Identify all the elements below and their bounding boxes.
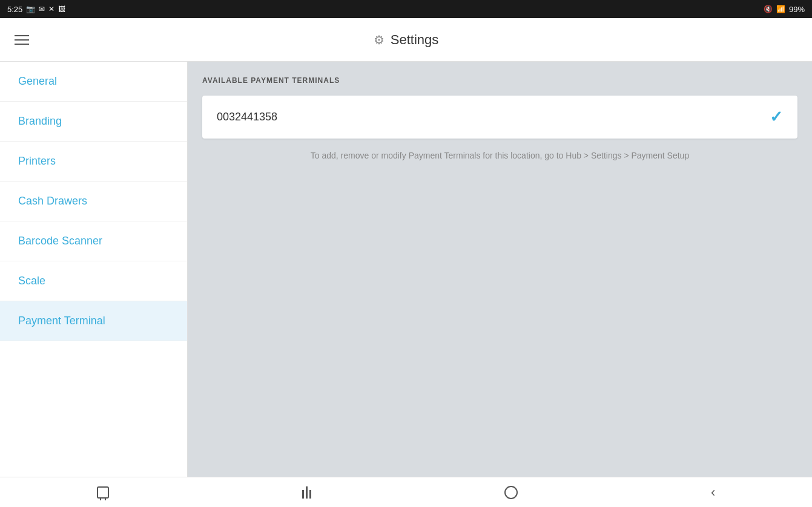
- sidebar-label-scale: Scale: [18, 275, 45, 287]
- sidebar-label-payment-terminal: Payment Terminal: [18, 315, 105, 327]
- sidebar-item-general[interactable]: General: [0, 62, 187, 102]
- home-nav-button[interactable]: [480, 481, 542, 504]
- page-title: Settings: [391, 32, 439, 48]
- bottom-nav: ‹: [0, 477, 812, 507]
- x-icon: ✕: [48, 5, 54, 13]
- bars-icon: [302, 486, 311, 499]
- hamburger-line-3: [15, 44, 29, 45]
- info-text: To add, remove or modify Payment Termina…: [202, 151, 797, 160]
- checkmark-icon: ✓: [770, 108, 783, 126]
- time-display: 5:25: [7, 5, 22, 14]
- message-icon: ✉: [39, 5, 45, 13]
- status-right: 🔇 📶 99%: [764, 5, 805, 14]
- back-chevron-icon: ‹: [711, 485, 715, 500]
- sidebar-label-branding: Branding: [18, 115, 62, 128]
- hamburger-line-1: [15, 35, 29, 36]
- wifi-icon: 📶: [776, 5, 785, 13]
- sidebar-item-cash-drawers[interactable]: Cash Drawers: [0, 182, 187, 221]
- sidebar: General Branding Printers Cash Drawers B…: [0, 62, 188, 477]
- header: ⚙ Settings: [0, 18, 812, 62]
- circle-icon: [504, 486, 518, 499]
- sidebar-item-payment-terminal[interactable]: Payment Terminal: [0, 301, 187, 341]
- screen-nav-button[interactable]: [73, 482, 133, 503]
- notification-icon: 📷: [26, 5, 35, 13]
- battery-display: 99%: [789, 5, 805, 14]
- sidebar-item-branding[interactable]: Branding: [0, 102, 187, 142]
- section-title: AVAILABLE PAYMENT TERMINALS: [202, 76, 797, 85]
- mute-icon: 🔇: [764, 5, 773, 13]
- back-nav-button[interactable]: ‹: [687, 480, 739, 505]
- content-area: AVAILABLE PAYMENT TERMINALS 0032441358 ✓…: [188, 62, 812, 477]
- status-left: 5:25 📷 ✉ ✕ 🖼: [7, 5, 65, 14]
- main-layout: General Branding Printers Cash Drawers B…: [0, 62, 812, 477]
- sidebar-label-general: General: [18, 75, 57, 88]
- terminal-list-item[interactable]: 0032441358 ✓: [202, 96, 797, 139]
- screen-icon: [97, 486, 109, 499]
- sidebar-label-barcode-scanner: Barcode Scanner: [18, 235, 102, 247]
- status-bar: 5:25 📷 ✉ ✕ 🖼 🔇 📶 99%: [0, 0, 812, 18]
- hamburger-menu-button[interactable]: [10, 30, 34, 50]
- image-icon: 🖼: [58, 5, 65, 13]
- terminal-id: 0032441358: [217, 111, 277, 123]
- sidebar-item-printers[interactable]: Printers: [0, 142, 187, 182]
- sidebar-label-cash-drawers: Cash Drawers: [18, 195, 87, 208]
- bars-nav-button[interactable]: [278, 482, 335, 503]
- header-center: ⚙ Settings: [374, 32, 439, 48]
- sidebar-item-scale[interactable]: Scale: [0, 261, 187, 301]
- sidebar-item-barcode-scanner[interactable]: Barcode Scanner: [0, 221, 187, 261]
- settings-gear-icon: ⚙: [374, 33, 385, 47]
- sidebar-label-printers: Printers: [18, 155, 56, 168]
- hamburger-line-2: [15, 39, 29, 41]
